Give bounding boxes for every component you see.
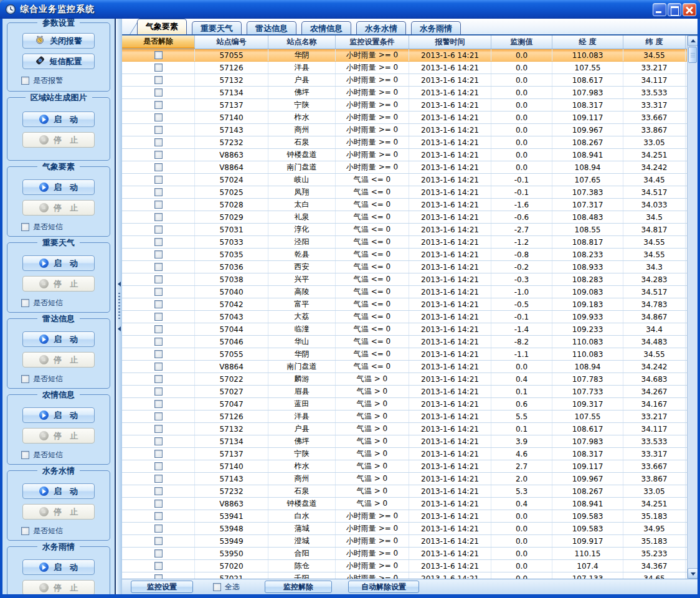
monitor-set-button[interactable]: 监控设置 [131,581,193,593]
table-row[interactable]: 57055华阴气温 <= 02013-1-6 14:21-1.1110.0833… [122,348,687,361]
scroll-thumb[interactable] [688,47,697,63]
table-row[interactable]: 57132户县气温 > 02013-1-6 14:210.1108.61734.… [122,423,687,435]
sms-enable-checkbox-radar-info[interactable]: 是否短信 [21,374,110,384]
start-button-agri-info[interactable]: 启 动 [22,407,95,423]
column-header-6[interactable]: 经 度 [552,36,623,49]
row-checkbox[interactable] [154,400,163,408]
start-button-weather-elements[interactable]: 启 动 [22,179,95,195]
table-row[interactable]: 57024岐山气温 <= 02013-1-6 14:21-0.1107.6534… [122,174,687,186]
row-checkbox[interactable] [154,562,163,570]
table-row[interactable]: 57040高陵气温 <= 02013-1-6 14:21-1.0109.0833… [122,286,687,298]
column-header-5[interactable]: 监测值 [491,36,552,49]
vertical-scrollbar[interactable] [687,36,698,579]
table-row[interactable]: 57232石泉小时雨量 >= 02013-1-6 14:210.0108.267… [122,136,687,149]
table-row[interactable]: 57031淳化气温 <= 02013-1-6 14:21-2.7108.5534… [122,224,687,236]
table-row[interactable]: 57126洋县气温 > 02013-1-6 14:215.5107.5533.2… [122,411,687,423]
row-checkbox[interactable] [154,313,163,321]
table-row[interactable]: 57028太白气温 <= 02013-1-6 14:21-1.6107.3173… [122,199,687,211]
tab-water-rain[interactable]: 水务雨情 [411,21,461,34]
row-checkbox[interactable] [154,288,163,296]
table-row[interactable]: 53949澄城小时雨量 >= 02013-1-6 14:210.0109.917… [122,535,687,548]
close-alarm-button[interactable]: 关闭报警 [22,33,95,49]
table-row[interactable]: V8864南门盘道气温 <= 02013-1-6 14:210.0108.943… [122,361,687,373]
row-checkbox[interactable] [154,213,163,221]
row-checkbox[interactable] [154,375,163,383]
table-row[interactable]: V8864南门盘道小时雨量 >= 02013-1-6 14:210.0108.9… [122,161,687,174]
row-checkbox[interactable] [154,462,163,470]
sms-enable-checkbox-agri-info[interactable]: 是否短信 [21,450,110,460]
start-button-region-image[interactable]: 启 动 [22,112,95,127]
sms-enable-checkbox-important-weather[interactable]: 是否短信 [21,298,110,308]
tab-important-weather[interactable]: 重要天气 [192,21,242,34]
row-checkbox[interactable] [154,500,163,508]
table-row[interactable]: 57042富平气温 <= 02013-1-6 14:21-0.5109.1833… [122,298,687,311]
row-checkbox[interactable] [154,537,163,545]
stop-button-radar-info[interactable]: 停 止 [22,352,95,368]
row-checkbox[interactable] [154,437,163,445]
tab-weather-elements[interactable]: 气象要素 [137,19,187,34]
row-checkbox[interactable] [154,549,163,558]
table-row[interactable]: 57029礼泉气温 <= 02013-1-6 14:21-0.6108.4833… [122,211,687,224]
sms-config-button[interactable]: 短信配置 [22,54,95,69]
row-checkbox[interactable] [154,101,163,109]
column-header-2[interactable]: 站点名称 [268,36,336,49]
row-checkbox[interactable] [154,450,163,458]
scroll-down-button[interactable] [688,568,698,579]
row-checkbox[interactable] [154,574,163,579]
table-row[interactable]: 57046华山气温 <= 02013-1-6 14:21-8.2110.0833… [122,336,687,348]
row-checkbox[interactable] [154,64,163,72]
table-row[interactable]: 57137宁陕小时雨量 >= 02013-1-6 14:210.0108.317… [122,99,687,112]
table-row[interactable]: 57043大荔气温 <= 02013-1-6 14:21-0.1109.9333… [122,311,687,323]
close-button[interactable] [683,3,696,16]
table-row[interactable]: 57047蓝田气温 > 02013-1-6 14:210.6109.31734.… [122,398,687,411]
minimize-button[interactable] [653,3,666,16]
scroll-up-button[interactable] [688,36,698,46]
table-row[interactable]: 57140柞水气温 > 02013-1-6 14:212.7109.11733.… [122,460,687,473]
maximize-button[interactable] [668,3,681,16]
table-row[interactable]: 57021千阳小时雨量 >= 02013-1-6 14:210.0107.133… [122,572,687,579]
row-checkbox[interactable] [154,113,163,121]
row-checkbox[interactable] [154,363,163,371]
table-row[interactable]: 57126洋县小时雨量 >= 02013-1-6 14:210.0107.553… [122,62,687,74]
table-row[interactable]: V8863钟楼盘道小时雨量 >= 02013-1-6 14:210.0108.9… [122,149,687,161]
row-checkbox[interactable] [154,163,163,171]
start-button-radar-info[interactable]: 启 动 [22,331,95,347]
table-row[interactable]: 57132户县小时雨量 >= 02013-1-6 14:210.0108.617… [122,74,687,87]
row-checkbox[interactable] [154,300,163,308]
table-row[interactable]: 57134佛坪小时雨量 >= 02013-1-6 14:210.0107.983… [122,87,687,99]
stop-button-water-rain[interactable]: 停 止 [22,580,95,594]
row-checkbox[interactable] [154,387,163,396]
row-checkbox[interactable] [154,51,163,59]
auto-release-button[interactable]: 自动解除设置 [348,581,419,593]
table-row[interactable]: 57044临潼气温 <= 02013-1-6 14:21-1.4109.2333… [122,323,687,336]
sms-enable-checkbox-water-level[interactable]: 是否短信 [21,526,110,536]
table-row[interactable]: 57143商州气温 > 02013-1-6 14:212.0109.96733.… [122,473,687,485]
table-row[interactable]: 53941白水小时雨量 >= 02013-1-6 14:210.0109.583… [122,510,687,523]
start-button-water-rain[interactable]: 启 动 [22,559,95,575]
tab-radar-info[interactable]: 雷达信息 [247,21,296,34]
tab-water-level[interactable]: 水务水情 [356,21,406,34]
column-header-4[interactable]: 报警时间 [409,36,491,49]
row-checkbox[interactable] [154,412,163,420]
table-row[interactable]: 57232石泉气温 > 02013-1-6 14:215.3108.26733.… [122,485,687,498]
stop-button-important-weather[interactable]: 停 止 [22,276,95,292]
tab-agri-info[interactable]: 农情信息 [301,21,351,34]
table-row[interactable]: 57134佛坪气温 > 02013-1-6 14:213.9107.98333.… [122,435,687,448]
stop-button-region-image[interactable]: 停 止 [22,132,95,148]
table-row[interactable]: 57035乾县气温 <= 02013-1-6 14:21-0.8108.2333… [122,249,687,261]
row-checkbox[interactable] [154,487,163,495]
column-header-0[interactable]: 是否解除 [122,36,195,49]
table-row[interactable]: 57033泾阳气温 <= 02013-1-6 14:21-1.2108.8173… [122,236,687,249]
table-row[interactable]: 53948蒲城小时雨量 >= 02013-1-6 14:210.0109.583… [122,523,687,535]
table-row[interactable]: 57137宁陕气温 > 02013-1-6 14:214.6108.31733.… [122,448,687,460]
row-checkbox[interactable] [154,225,163,234]
table-row[interactable]: 57038兴平气温 <= 02013-1-6 14:21-0.3108.2833… [122,273,687,286]
table-row[interactable]: V8863钟楼盘道气温 > 02013-1-6 14:210.4108.9413… [122,498,687,510]
column-header-1[interactable]: 站点编号 [195,36,268,49]
table-row[interactable]: 57027眉县气温 > 02013-1-6 14:210.1107.73334.… [122,386,687,398]
table-row[interactable]: 53950合阳小时雨量 >= 02013-1-6 14:210.0110.153… [122,548,687,560]
row-checkbox[interactable] [154,325,163,333]
row-checkbox[interactable] [154,524,163,533]
row-checkbox[interactable] [154,350,163,358]
stop-button-water-level[interactable]: 停 止 [22,504,95,520]
